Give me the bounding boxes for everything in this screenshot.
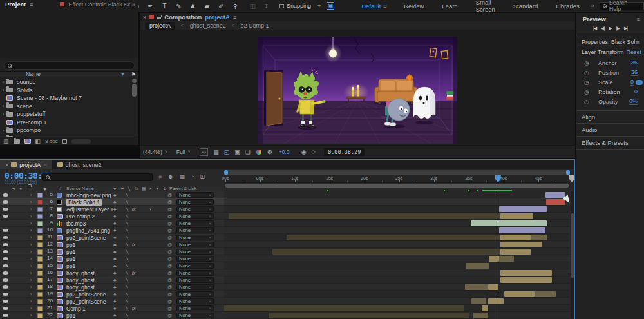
chevron-right-icon[interactable]: › — [0, 111, 6, 117]
shy-switch[interactable]: ♣ — [113, 255, 117, 262]
layer-duration-bar[interactable] — [471, 298, 486, 304]
next-frame-button[interactable]: |▶ — [616, 26, 620, 31]
workspace-tab-learn[interactable]: Learn — [433, 3, 466, 10]
frame-blend-icon[interactable]: ▦ — [180, 173, 185, 180]
parent-dropdown[interactable]: None˅ — [176, 262, 214, 269]
shy-switch[interactable]: ♣ — [113, 241, 117, 248]
expand-chevron[interactable]: › — [30, 227, 32, 234]
parent-dropdown[interactable]: None˅ — [176, 255, 214, 262]
layer-duration-bar[interactable] — [269, 313, 469, 318]
visibility-toggle[interactable] — [3, 284, 8, 291]
layer-duration-bar[interactable] — [466, 263, 489, 269]
visibility-toggle[interactable] — [3, 198, 8, 206]
workspace-tab-review[interactable]: Review — [395, 3, 433, 10]
quality-switch[interactable]: ╲ — [126, 191, 128, 198]
workspace-overflow-button[interactable]: » — [591, 3, 594, 9]
layer-track[interactable] — [224, 291, 570, 298]
layer-name[interactable]: Comp 1 — [66, 305, 86, 312]
layer-row-7[interactable]: ›7Adjustment Layer 1♣╲fx◑@None˅ — [0, 206, 575, 213]
layer-name[interactable]: pp2_pointScene — [66, 291, 106, 298]
parent-pickwhip-icon[interactable]: @ — [167, 241, 172, 248]
composition-tab-name[interactable]: projectA — [205, 14, 230, 21]
layer-row-19[interactable]: ›19pp2_pointScene♣╲@None˅ — [0, 291, 575, 298]
parent-pickwhip-icon[interactable]: @ — [167, 298, 172, 305]
expand-chevron[interactable]: › — [30, 298, 32, 305]
visibility-toggle[interactable] — [3, 276, 8, 284]
layer-track[interactable] — [224, 262, 570, 269]
expand-chevron[interactable]: › — [30, 284, 32, 291]
quality-switch[interactable]: ╲ — [126, 269, 128, 276]
parent-pickwhip-icon[interactable]: @ — [167, 269, 172, 276]
shy-switch[interactable]: ♣ — [113, 312, 117, 319]
layer-duration-bar[interactable] — [500, 213, 533, 219]
layer-row-6[interactable]: ›6Black Solid 1♣╲@None˅ — [0, 198, 575, 206]
layer-duration-bar[interactable] — [482, 305, 488, 311]
parent-pickwhip-icon[interactable]: @ — [167, 255, 172, 262]
fx-switch[interactable]: fx — [132, 241, 135, 248]
label-color-swatch[interactable] — [37, 241, 43, 248]
menu-icon[interactable]: ≡ — [637, 16, 640, 23]
breadcrumb-b2-comp-1[interactable]: b2 Comp 1 — [240, 23, 269, 29]
comp-marker-button[interactable] — [569, 175, 574, 182]
pen-tool[interactable]: ✒ — [146, 1, 155, 10]
viewer-timecode[interactable]: 0:00:38:29 — [324, 148, 365, 156]
layer-name[interactable]: tbc.mp3 — [66, 220, 86, 227]
label-color-swatch[interactable] — [37, 248, 43, 255]
layer-track[interactable] — [224, 227, 570, 234]
layer-row-9[interactable]: ›9tbc.mp3♣╲@None˅ — [0, 220, 575, 227]
layer-track[interactable] — [224, 284, 570, 291]
project-item-puppetstuff[interactable]: ›puppetstuff — [0, 110, 138, 119]
mask-mode-icon[interactable]: ◫ — [249, 1, 257, 10]
snapshot-camera-icon[interactable]: ◉ — [301, 149, 307, 155]
layer-row-5[interactable]: ›5mbc-logo-new.png♣╲@None˅ — [0, 191, 575, 198]
layer-duration-bar[interactable] — [224, 305, 464, 311]
shy-switch[interactable]: ♣ — [113, 220, 117, 227]
layer-duration-bar[interactable] — [500, 235, 531, 240]
layer-row-22[interactable]: ›22pp1♣╲@None˅ — [0, 312, 575, 319]
layer-name[interactable]: mbc-logo-new.png — [66, 191, 111, 198]
quality-switch[interactable]: ╲ — [126, 206, 128, 213]
preview-title[interactable]: Preview — [583, 15, 637, 23]
gear-icon[interactable]: ⚙ — [267, 149, 272, 155]
layer-name[interactable]: Black Solid 1 — [66, 198, 102, 206]
project-item-scene[interactable]: ›scene — [0, 102, 138, 111]
shy-switch[interactable]: ♣ — [113, 198, 117, 206]
label-color-swatch[interactable] — [37, 198, 43, 206]
layer-duration-bar[interactable] — [471, 220, 547, 226]
transform-value[interactable]: 36 — [631, 59, 638, 66]
shy-switch[interactable]: ♣ — [113, 248, 117, 255]
timeline-tab-projectA[interactable]: × projectA ≡ — [0, 160, 52, 169]
shy-switch[interactable]: ♣ — [113, 284, 117, 291]
parent-dropdown[interactable]: None˅ — [176, 234, 214, 241]
previous-frame-button[interactable]: ◀| — [601, 26, 604, 31]
scroll-handle-left[interactable] — [224, 170, 228, 175]
menu-icon[interactable]: ≡ — [30, 1, 33, 8]
parent-dropdown[interactable]: None˅ — [176, 312, 214, 319]
parent-dropdown[interactable]: None˅ — [176, 241, 214, 248]
parent-dropdown[interactable]: None˅ — [176, 269, 214, 276]
layer-name[interactable]: pp2_pointScene — [66, 298, 106, 305]
parent-dropdown[interactable]: None˅ — [176, 276, 214, 284]
layer-duration-bar[interactable] — [500, 249, 531, 255]
label-color-swatch[interactable] — [37, 213, 43, 220]
layer-track[interactable] — [224, 241, 570, 248]
source-name-column-label[interactable]: Source Name — [66, 186, 94, 191]
layer-duration-bar[interactable] — [499, 206, 547, 212]
snapping-checkbox[interactable] — [279, 4, 284, 8]
project-item-pre-comp-1[interactable]: Pre-comp 1 — [0, 119, 138, 127]
workspace-tab-libraries[interactable]: Libraries — [547, 3, 588, 10]
snapping-toggle[interactable]: Snapping — [279, 3, 311, 9]
expand-chevron[interactable]: › — [30, 262, 32, 269]
shy-switch[interactable]: ♣ — [113, 269, 117, 276]
project-scrollbar[interactable] — [132, 79, 137, 135]
parent-pickwhip-icon[interactable]: @ — [167, 220, 172, 227]
expand-chevron[interactable]: › — [30, 206, 32, 213]
expand-chevron[interactable]: › — [30, 191, 32, 198]
layer-row-20[interactable]: ›20pp2_pointScene♣╲@None˅ — [0, 298, 575, 305]
layer-row-12[interactable]: ›12pp1♣╲fx@None˅ — [0, 241, 575, 248]
layer-duration-bar[interactable] — [545, 192, 565, 198]
last-frame-button[interactable]: ▶| — [624, 26, 627, 31]
stopwatch-icon[interactable]: ◷ — [584, 89, 593, 95]
quality-switch[interactable]: ╲ — [126, 298, 128, 305]
layer-track[interactable] — [224, 269, 570, 276]
